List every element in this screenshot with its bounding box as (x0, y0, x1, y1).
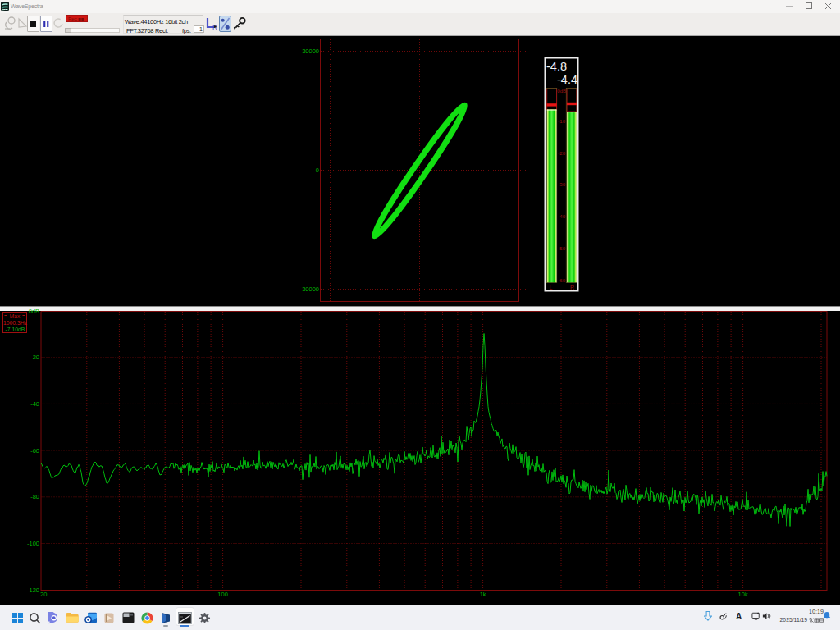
svg-text:0dB: 0dB (557, 89, 566, 94)
svg-text:-80: -80 (30, 493, 39, 500)
svg-text:L: L (550, 285, 553, 290)
svg-text:R: R (570, 285, 574, 290)
svg-text:-120: -120 (27, 587, 39, 594)
svg-text:-30: -30 (558, 182, 565, 187)
svg-text:10k: 10k (738, 591, 748, 598)
svg-text:-20: -20 (558, 151, 565, 156)
svg-text:-50: -50 (558, 246, 565, 251)
svg-text:-20: -20 (30, 354, 39, 361)
svg-text:-4.4: -4.4 (557, 73, 578, 86)
svg-text:-7.10dB: -7.10dB (6, 326, 25, 332)
svg-text:Max: Max (10, 313, 21, 319)
svg-text:1000.3Hz: 1000.3Hz (3, 320, 28, 326)
svg-text:-40: -40 (30, 400, 39, 408)
svg-text:-40: -40 (558, 214, 565, 219)
svg-text:0dB: 0dB (29, 308, 39, 315)
svg-text:100: 100 (217, 591, 228, 598)
svg-text:20: 20 (40, 591, 47, 598)
svg-text:1k: 1k (480, 591, 486, 598)
svg-text:-60: -60 (558, 278, 565, 283)
svg-text:-4.8: -4.8 (546, 60, 567, 73)
svg-text:-10: -10 (558, 119, 565, 124)
svg-text:-60: -60 (30, 447, 39, 454)
svg-text:0: 0 (316, 167, 319, 174)
svg-text:-100: -100 (27, 540, 39, 547)
svg-text:30000: 30000 (302, 48, 319, 55)
svg-text:-30000: -30000 (300, 285, 319, 293)
